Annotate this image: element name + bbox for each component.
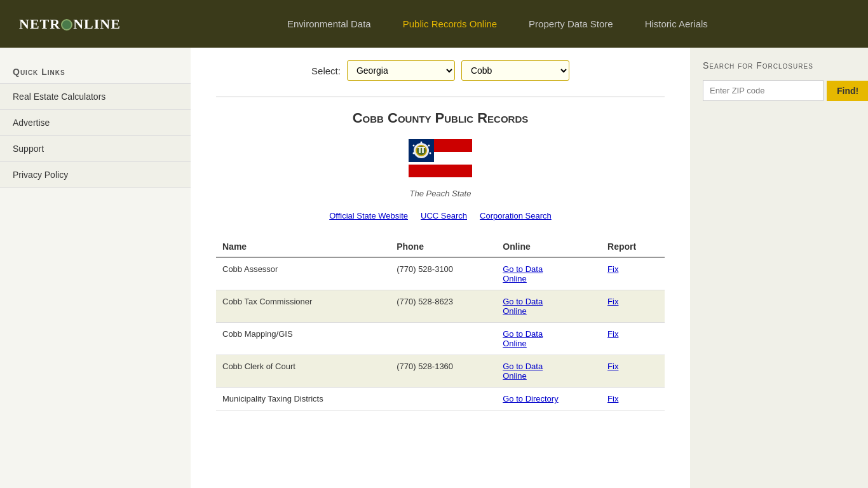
records-tbody: Cobb Assessor(770) 528-3100Go to DataOnl… [216, 257, 665, 410]
record-online: Go to DataOnline [496, 323, 601, 355]
table-row: Cobb Tax Commissioner(770) 528-8623Go to… [216, 290, 665, 323]
nav-historic-aerials[interactable]: Historic Aerials [629, 12, 724, 36]
corp-search-link[interactable]: Corporation Search [480, 211, 552, 220]
record-online: Go to DataOnline [496, 355, 601, 388]
record-report: Fix [601, 323, 665, 355]
record-phone [390, 388, 496, 410]
col-report: Report [601, 236, 665, 257]
main-layout: Quick Links Real Estate Calculators Adve… [0, 48, 868, 488]
main-nav: Environmental Data Public Records Online… [146, 12, 849, 36]
svg-point-8 [413, 152, 415, 154]
record-report: Fix [601, 355, 665, 388]
records-table: Name Phone Online Report Cobb Assessor(7… [216, 236, 665, 410]
record-report: Fix [601, 290, 665, 323]
record-phone: (770) 528-3100 [390, 257, 496, 290]
record-name: Cobb Clerk of Court [216, 355, 390, 388]
georgia-flag [409, 139, 472, 177]
logo-text: NETRNLINE [19, 16, 121, 32]
quick-links-title: Quick Links [0, 60, 191, 83]
state-links: Official State Website UCC Search Corpor… [216, 211, 665, 220]
sidebar-item-privacy[interactable]: Privacy Policy [0, 161, 191, 188]
svg-point-5 [421, 142, 423, 144]
svg-rect-14 [417, 147, 425, 148]
fix-link[interactable]: Fix [607, 394, 618, 403]
sidebar-item-advertise[interactable]: Advertise [0, 109, 191, 135]
online-link[interactable]: Go to DataOnline [503, 264, 543, 283]
table-row: Municipality Taxing DistrictsGo to Direc… [216, 388, 665, 410]
nav-property-data[interactable]: Property Data Store [513, 12, 629, 36]
foreclosure-title: Search for Forclosures [703, 60, 855, 71]
svg-rect-2 [409, 165, 472, 177]
table-row: Cobb Assessor(770) 528-3100Go to DataOnl… [216, 257, 665, 290]
table-row: Cobb Clerk of Court(770) 528-1360Go to D… [216, 355, 665, 388]
find-button[interactable]: Find! [827, 81, 868, 101]
official-state-link[interactable]: Official State Website [329, 211, 408, 220]
record-online: Go to Directory [496, 388, 601, 410]
nav-public-records[interactable]: Public Records Online [387, 12, 513, 36]
svg-rect-12 [419, 147, 421, 153]
record-phone: (770) 528-8623 [390, 290, 496, 323]
svg-point-7 [430, 152, 431, 154]
main-content: Select: Georgia Cobb Cobb County Public … [191, 48, 690, 488]
svg-point-6 [428, 145, 430, 147]
online-link[interactable]: Go to Directory [503, 394, 558, 403]
foreclosure-form: Find! [703, 80, 855, 101]
sidebar-item-support[interactable]: Support [0, 135, 191, 161]
record-phone [390, 323, 496, 355]
county-select[interactable]: Cobb [461, 60, 569, 81]
zip-input[interactable] [703, 80, 824, 101]
flag-area [216, 139, 665, 179]
fix-link[interactable]: Fix [607, 329, 618, 339]
online-link[interactable]: Go to DataOnline [503, 362, 543, 381]
county-title: Cobb County Public Records [216, 110, 665, 126]
online-link[interactable]: Go to DataOnline [503, 297, 543, 316]
nav-env-data[interactable]: Environmental Data [271, 12, 387, 36]
record-name: Municipality Taxing Districts [216, 388, 390, 410]
table-row: Cobb Mapping/GISGo to DataOnlineFix [216, 323, 665, 355]
state-motto: The Peach State [216, 189, 665, 198]
record-phone: (770) 528-1360 [390, 355, 496, 388]
logo-globe [61, 19, 72, 30]
select-label: Select: [311, 65, 341, 76]
fix-link[interactable]: Fix [607, 362, 618, 371]
record-report: Fix [601, 257, 665, 290]
logo-area: NETRNLINE [19, 16, 121, 32]
col-online: Online [496, 236, 601, 257]
record-name: Cobb Tax Commissioner [216, 290, 390, 323]
select-row: Select: Georgia Cobb [216, 60, 665, 81]
right-sidebar: Search for Forclosures Find! [690, 48, 868, 488]
col-phone: Phone [390, 236, 496, 257]
ucc-search-link[interactable]: UCC Search [421, 211, 467, 220]
record-name: Cobb Mapping/GIS [216, 323, 390, 355]
fix-link[interactable]: Fix [607, 264, 618, 274]
svg-rect-13 [422, 147, 424, 153]
record-online: Go to DataOnline [496, 257, 601, 290]
header: NETRNLINE Environmental Data Public Reco… [0, 0, 868, 48]
county-section: Cobb County Public Records [216, 97, 665, 410]
record-online: Go to DataOnline [496, 290, 601, 323]
online-link[interactable]: Go to DataOnline [503, 329, 543, 348]
state-select[interactable]: Georgia [347, 60, 455, 81]
sidebar-item-real-estate[interactable]: Real Estate Calculators [0, 83, 191, 109]
record-report: Fix [601, 388, 665, 410]
svg-point-9 [413, 145, 415, 147]
record-name: Cobb Assessor [216, 257, 390, 290]
fix-link[interactable]: Fix [607, 297, 618, 306]
left-sidebar: Quick Links Real Estate Calculators Adve… [0, 48, 191, 488]
col-name: Name [216, 236, 390, 257]
